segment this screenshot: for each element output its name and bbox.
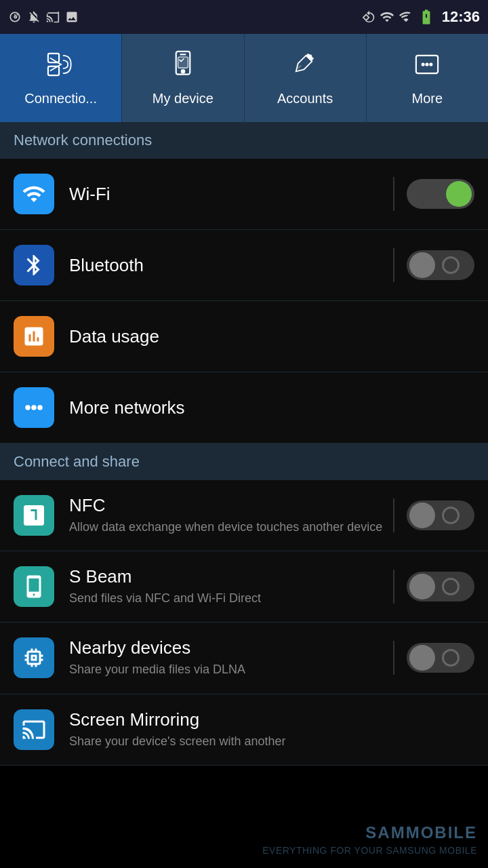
watermark-tagline: EVERYTHING FOR YOUR SAMSUNG MOBILE [262, 845, 477, 856]
connect-share-header: Connect and share [0, 443, 488, 480]
screen-mirroring-item[interactable]: Screen Mirroring Share your device's scr… [0, 694, 488, 766]
s-beam-item[interactable]: S Beam Send files via NFC and Wi-Fi Dire… [0, 551, 488, 623]
s-beam-toggle[interactable] [407, 572, 474, 601]
nearby-devices-toggle-container [393, 641, 474, 675]
tab-connections-label: Connectio... [24, 91, 97, 106]
nfc-toggle[interactable] [407, 500, 474, 530]
connections-icon [46, 50, 76, 85]
svg-line-7 [298, 65, 301, 68]
tab-more-label: More [412, 91, 443, 106]
network-connections-header: Network connections [0, 122, 488, 159]
wifi-title: Wi-Fi [69, 184, 386, 205]
screen-mirroring-subtitle: Share your device's screen with another [69, 733, 474, 750]
tab-accounts[interactable]: Accounts [245, 34, 367, 122]
svg-rect-5 [178, 57, 188, 68]
wifi-toggle-container [393, 177, 474, 211]
gallery-icon [65, 10, 79, 24]
wifi-status-icon [380, 9, 394, 24]
status-bar: 12:36 [0, 0, 488, 34]
more-networks-title: More networks [69, 397, 474, 418]
rotation-icon [362, 10, 375, 24]
accounts-icon [290, 50, 320, 85]
nfc-icon [14, 495, 54, 536]
s-beam-icon [14, 566, 54, 607]
bluetooth-toggle-container [393, 248, 474, 282]
svg-rect-0 [48, 54, 59, 62]
svg-point-12 [25, 405, 30, 410]
tab-bar: Connectio... My device Accounts [0, 34, 488, 122]
tab-my-device[interactable]: My device [122, 34, 244, 122]
nfc-subtitle: Allow data exchange when device touches … [69, 519, 386, 536]
svg-point-14 [37, 405, 43, 410]
more-networks-icon [14, 387, 54, 428]
status-icons-left [8, 10, 79, 24]
wifi-toggle[interactable] [407, 179, 474, 209]
tab-my-device-label: My device [152, 91, 214, 106]
time-display: 12:36 [442, 8, 480, 26]
nearby-devices-item[interactable]: Nearby devices Share your media files vi… [0, 623, 488, 694]
nearby-devices-title: Nearby devices [69, 637, 386, 658]
battery-icon [418, 8, 435, 26]
svg-point-6 [308, 54, 312, 58]
my-device-icon [168, 50, 198, 85]
s-beam-toggle-container [393, 570, 474, 604]
s-beam-subtitle: Send files via NFC and Wi-Fi Direct [69, 590, 386, 607]
svg-point-3 [182, 70, 184, 73]
notifications-blocked-icon [27, 10, 41, 24]
more-networks-item[interactable]: More networks [0, 372, 488, 443]
bluetooth-icon [14, 245, 54, 285]
tab-connections[interactable]: Connectio... [0, 34, 122, 122]
bluetooth-toggle[interactable] [407, 250, 474, 280]
data-usage-item[interactable]: Data usage [0, 301, 488, 372]
svg-point-9 [422, 62, 425, 66]
nearby-devices-icon [14, 637, 54, 678]
signal-icon [399, 9, 413, 24]
svg-point-10 [426, 62, 429, 66]
data-usage-icon [14, 316, 54, 357]
wifi-icon [14, 174, 54, 214]
cast-icon [46, 10, 60, 24]
nearby-devices-subtitle: Share your media files via DLNA [69, 661, 386, 678]
watermark-brand: SAMMOBILE [365, 823, 477, 842]
nfc-title: NFC [69, 495, 386, 516]
nfc-toggle-container [393, 498, 474, 532]
screen-mirroring-icon [14, 709, 54, 750]
nfc-item[interactable]: NFC Allow data exchange when device touc… [0, 480, 488, 551]
tab-accounts-label: Accounts [277, 91, 333, 106]
data-usage-title: Data usage [69, 326, 474, 347]
s-beam-title: S Beam [69, 566, 386, 587]
usb-icon [8, 10, 22, 24]
nearby-devices-toggle[interactable] [407, 643, 474, 673]
more-icon [412, 50, 442, 85]
wifi-item[interactable]: Wi-Fi [0, 159, 488, 230]
status-icons-right: 12:36 [362, 8, 480, 26]
bluetooth-title: Bluetooth [69, 255, 386, 276]
tab-more[interactable]: More [367, 34, 488, 122]
svg-point-13 [31, 405, 37, 410]
screen-mirroring-title: Screen Mirroring [69, 709, 474, 730]
bluetooth-item[interactable]: Bluetooth [0, 230, 488, 301]
svg-point-11 [430, 62, 433, 66]
svg-rect-1 [48, 66, 59, 75]
